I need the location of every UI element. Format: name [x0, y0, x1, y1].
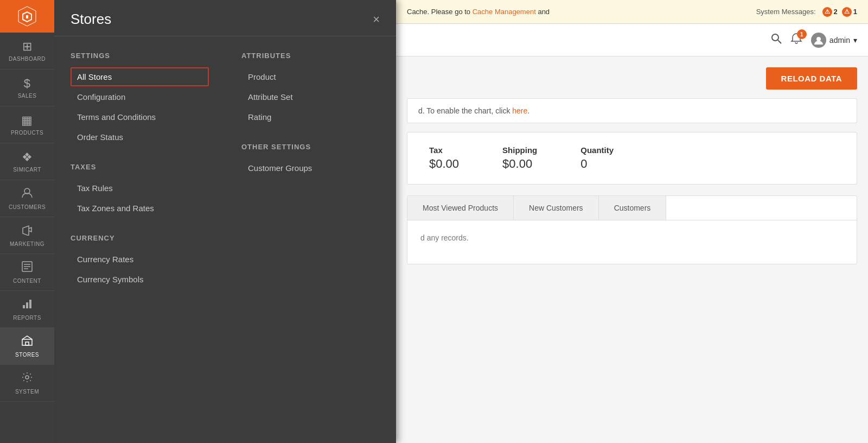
system-messages: System Messages: ⚠ 2 ⚠ 1 — [756, 7, 857, 17]
notification-count: 1 — [797, 29, 807, 39]
sidebar-item-customers[interactable]: CUSTOMERS — [0, 180, 54, 217]
currency-symbols-menu-item[interactable]: Currency Symbols — [71, 270, 209, 289]
tab-content-area: d any records. — [407, 220, 857, 264]
sidebar-item-label: DASHBOARD — [9, 56, 46, 62]
svg-rect-9 — [29, 300, 31, 308]
sidebar-item-simicart[interactable]: ❖ SIMICART — [0, 143, 54, 180]
configuration-menu-item[interactable]: Configuration — [71, 87, 209, 106]
info-bar: d. To enable the chart, click here. — [407, 98, 857, 123]
top-bar: 1 admin ▾ — [396, 24, 868, 56]
reload-data-button[interactable]: Reload Data — [766, 67, 857, 90]
sidebar-item-label: STORES — [15, 352, 39, 358]
simicart-icon: ❖ — [22, 150, 33, 164]
admin-avatar — [811, 33, 826, 48]
stores-icon — [21, 334, 33, 350]
tab-new-customers[interactable]: New Customers — [514, 196, 599, 220]
sales-icon: $ — [24, 77, 31, 91]
page-content: Reload Data d. To enable the chart, clic… — [396, 56, 868, 443]
sidebar-item-products[interactable]: ▦ PRODUCTS — [0, 106, 54, 143]
svg-point-13 — [772, 34, 778, 41]
sidebar-item-label: MARKETING — [10, 241, 44, 247]
sidebar-item-label: SIMICART — [13, 167, 41, 173]
svg-line-14 — [778, 40, 781, 43]
all-stores-menu-item[interactable]: All Stores — [71, 67, 209, 86]
tax-stat: Tax $0.00 — [429, 145, 459, 171]
quantity-stat: Quantity 0 — [580, 145, 614, 171]
tax-rules-menu-item[interactable]: Tax Rules — [71, 179, 209, 198]
customers-icon — [21, 187, 33, 202]
order-status-menu-item[interactable]: Order Status — [71, 128, 209, 147]
svg-marker-2 — [23, 226, 29, 236]
tax-value: $0.00 — [429, 157, 459, 171]
svg-rect-10 — [25, 342, 29, 345]
content-icon — [21, 261, 33, 276]
system-message-badge-1[interactable]: ⚠ 2 — [822, 7, 838, 17]
rating-menu-item[interactable]: Rating — [241, 107, 380, 126]
quantity-value: 0 — [580, 157, 614, 171]
flyout-right-column: Attributes Product Attribute Set Rating … — [225, 47, 396, 432]
svg-point-15 — [816, 37, 821, 41]
sidebar-item-label: SALES — [18, 93, 37, 99]
sidebar-item-dashboard[interactable]: ⊞ DASHBOARD — [0, 33, 54, 69]
other-settings-section-title: Other Settings — [241, 143, 380, 151]
flyout-header: Stores × — [54, 0, 396, 36]
sidebar-item-sales[interactable]: $ SALES — [0, 69, 54, 106]
sidebar-item-label: PRODUCTS — [11, 130, 43, 136]
terms-conditions-menu-item[interactable]: Terms and Conditions — [71, 107, 209, 126]
shipping-value: $0.00 — [502, 157, 537, 171]
flyout-close-button[interactable]: × — [373, 14, 380, 26]
sidebar-item-label: REPORTS — [13, 315, 41, 321]
dashboard-icon: ⊞ — [22, 40, 33, 54]
sidebar: ⊞ DASHBOARD $ SALES ▦ PRODUCTS ❖ SIMICAR… — [0, 0, 54, 443]
svg-point-11 — [25, 376, 29, 379]
products-icon: ▦ — [21, 113, 33, 128]
flyout-body: Settings All Stores Configuration Terms … — [54, 36, 396, 443]
tabs-header: Most Viewed Products New Customers Custo… — [407, 196, 857, 220]
shipping-label: Shipping — [502, 145, 537, 155]
warning-icon-1: ⚠ — [822, 7, 832, 17]
sidebar-item-label: SYSTEM — [15, 389, 39, 395]
settings-section-title: Settings — [71, 52, 209, 60]
cache-management-link[interactable]: Cache Management — [473, 8, 536, 16]
sidebar-logo[interactable] — [0, 0, 54, 33]
dashboard-header: Reload Data — [407, 67, 857, 90]
currency-section-title: Currency — [71, 234, 209, 242]
sidebar-item-system[interactable]: SYSTEM — [0, 365, 54, 402]
customer-groups-menu-item[interactable]: Customer Groups — [241, 159, 380, 178]
tabs-section: Most Viewed Products New Customers Custo… — [407, 195, 857, 264]
sidebar-item-reports[interactable]: REPORTS — [0, 291, 54, 328]
sidebar-item-stores[interactable]: STORES — [0, 328, 54, 365]
svg-rect-7 — [23, 305, 25, 308]
admin-user-menu[interactable]: admin ▾ — [811, 33, 857, 48]
shipping-stat: Shipping $0.00 — [502, 145, 537, 171]
tax-label: Tax — [429, 145, 459, 155]
attribute-set-menu-item[interactable]: Attribute Set — [241, 87, 380, 106]
quantity-label: Quantity — [580, 145, 614, 155]
product-attribute-menu-item[interactable]: Product — [241, 67, 380, 86]
svg-rect-0 — [26, 15, 28, 18]
tab-most-viewed[interactable]: Most Viewed Products — [407, 196, 514, 220]
tab-customers[interactable]: Customers — [599, 196, 667, 220]
sidebar-item-content[interactable]: CONTENT — [0, 254, 54, 291]
sidebar-item-label: CUSTOMERS — [9, 204, 46, 210]
currency-rates-menu-item[interactable]: Currency Rates — [71, 250, 209, 269]
stats-row: Tax $0.00 Shipping $0.00 Quantity 0 — [407, 132, 857, 185]
search-button[interactable] — [771, 33, 782, 47]
flyout-title: Stores — [71, 11, 111, 28]
system-icon — [21, 371, 33, 387]
sidebar-item-marketing[interactable]: MARKETING — [0, 217, 54, 254]
taxes-section-title: Taxes — [71, 163, 209, 171]
badge-count-1: 2 — [834, 8, 838, 16]
admin-dropdown-icon: ▾ — [853, 36, 857, 45]
warning-icon-2: ⚠ — [842, 7, 852, 17]
sidebar-item-label: CONTENT — [13, 278, 41, 284]
admin-label: admin — [829, 36, 850, 45]
attributes-section-title: Attributes — [241, 52, 380, 60]
tax-zones-rates-menu-item[interactable]: Tax Zones and Rates — [71, 199, 209, 218]
enable-chart-link[interactable]: here — [512, 106, 527, 115]
info-text: d. To enable the chart, click — [418, 106, 510, 115]
main-area: Cache. Please go to Cache Management and… — [396, 0, 868, 443]
system-message-badge-2[interactable]: ⚠ 1 — [842, 7, 857, 17]
warning-banner: Cache. Please go to Cache Management and… — [396, 0, 868, 24]
notifications-button[interactable]: 1 — [790, 33, 802, 47]
